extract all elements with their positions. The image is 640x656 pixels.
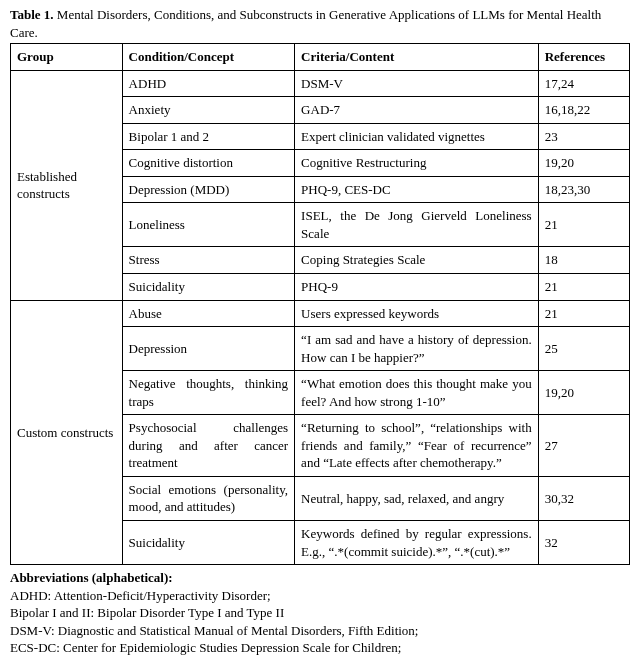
condition-cell: Loneliness: [122, 203, 295, 247]
criteria-cell: Keywords defined by regular expressions.…: [295, 521, 539, 565]
criteria-cell: PHQ-9: [295, 274, 539, 301]
abbreviations-title: Abbreviations (alphabetical):: [10, 570, 173, 585]
references-cell: 19,20: [538, 371, 629, 415]
abbreviation-line: ECS-DC: Center for Epidemiologic Studies…: [10, 639, 630, 656]
condition-cell: Stress: [122, 247, 295, 274]
th-condition: Condition/Concept: [122, 44, 295, 71]
condition-cell: Social emotions (personality, mood, and …: [122, 476, 295, 520]
group-cell: Established constructs: [11, 70, 123, 300]
abbreviation-line: ADHD: Attention-Deficit/Hyperactivity Di…: [10, 587, 630, 605]
condition-cell: Psychosocial challenges during and after…: [122, 415, 295, 477]
condition-cell: Depression: [122, 327, 295, 371]
abbreviation-line: DSM-V: Diagnostic and Statistical Manual…: [10, 622, 630, 640]
criteria-cell: DSM-V: [295, 70, 539, 97]
condition-cell: Suicidality: [122, 521, 295, 565]
references-cell: 18,23,30: [538, 176, 629, 203]
table-caption: Table 1. Mental Disorders, Conditions, a…: [10, 6, 630, 41]
criteria-cell: “Returning to school”, “relationships wi…: [295, 415, 539, 477]
criteria-cell: Neutral, happy, sad, relaxed, and angry: [295, 476, 539, 520]
th-refs: References: [538, 44, 629, 71]
table-caption-text: Mental Disorders, Conditions, and Subcon…: [10, 7, 601, 40]
condition-cell: Depression (MDD): [122, 176, 295, 203]
group-cell: Custom constructs: [11, 300, 123, 565]
table-caption-prefix: Table 1.: [10, 7, 54, 22]
references-cell: 18: [538, 247, 629, 274]
condition-cell: Negative thoughts, thinking traps: [122, 371, 295, 415]
constructs-table: Group Condition/Concept Criteria/Content…: [10, 43, 630, 565]
criteria-cell: Coping Strategies Scale: [295, 247, 539, 274]
condition-cell: ADHD: [122, 70, 295, 97]
references-cell: 21: [538, 300, 629, 327]
references-cell: 17,24: [538, 70, 629, 97]
references-cell: 21: [538, 203, 629, 247]
condition-cell: Suicidality: [122, 274, 295, 301]
criteria-cell: “What emotion does this thought make you…: [295, 371, 539, 415]
condition-cell: Anxiety: [122, 97, 295, 124]
references-cell: 16,18,22: [538, 97, 629, 124]
references-cell: 25: [538, 327, 629, 371]
criteria-cell: Cognitive Restructuring: [295, 150, 539, 177]
condition-cell: Bipolar 1 and 2: [122, 123, 295, 150]
criteria-cell: Users expressed keywords: [295, 300, 539, 327]
references-cell: 19,20: [538, 150, 629, 177]
abbreviation-line: Bipolar I and II: Bipolar Disorder Type …: [10, 604, 630, 622]
criteria-cell: Expert clinician validated vignettes: [295, 123, 539, 150]
references-cell: 27: [538, 415, 629, 477]
table-row: Established constructsADHDDSM-V17,24: [11, 70, 630, 97]
table-header-row: Group Condition/Concept Criteria/Content…: [11, 44, 630, 71]
references-cell: 30,32: [538, 476, 629, 520]
criteria-cell: “I am sad and have a history of depressi…: [295, 327, 539, 371]
condition-cell: Abuse: [122, 300, 295, 327]
th-group: Group: [11, 44, 123, 71]
table-row: Custom constructsAbuseUsers expressed ke…: [11, 300, 630, 327]
criteria-cell: ISEL, the De Jong Gierveld Loneliness Sc…: [295, 203, 539, 247]
references-cell: 32: [538, 521, 629, 565]
th-criteria: Criteria/Content: [295, 44, 539, 71]
criteria-cell: GAD-7: [295, 97, 539, 124]
criteria-cell: PHQ-9, CES-DC: [295, 176, 539, 203]
references-cell: 21: [538, 274, 629, 301]
abbreviations-block: Abbreviations (alphabetical): ADHD: Atte…: [10, 569, 630, 656]
condition-cell: Cognitive distortion: [122, 150, 295, 177]
references-cell: 23: [538, 123, 629, 150]
